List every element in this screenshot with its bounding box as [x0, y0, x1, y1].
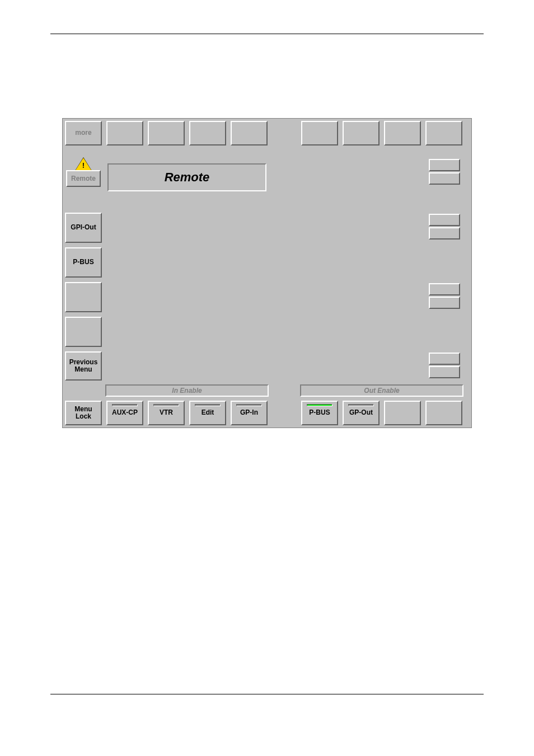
top-empty-7[interactable] [384, 121, 421, 145]
gp-out-indicator [348, 404, 374, 406]
remote-label: Remote [71, 175, 96, 182]
previous-menu-label: Previous Menu [69, 359, 98, 373]
edit-button[interactable]: Edit [189, 401, 226, 425]
document-page: more ! Remote Remote GPI [0, 0, 534, 756]
out-enable-text: Out Enable [364, 387, 399, 395]
p-bus-left-label: P-BUS [73, 259, 93, 266]
gpi-out-label: GPI-Out [71, 224, 96, 231]
more-label: more [75, 129, 91, 137]
edit-label: Edit [202, 409, 214, 416]
menu-title: Remote [107, 163, 266, 191]
p-bus-label: P-BUS [309, 409, 330, 416]
p-bus-indicator [307, 404, 332, 406]
previous-menu-button[interactable]: Previous Menu [65, 351, 102, 381]
top-empty-2[interactable] [148, 121, 185, 145]
top-empty-3[interactable] [189, 121, 226, 145]
gp-out-button[interactable]: GP-Out [343, 401, 380, 425]
group-label-row: In Enable Out Enable [104, 383, 465, 398]
top-empty-1[interactable] [106, 121, 143, 145]
gp-in-button[interactable]: GP-In [231, 401, 268, 425]
menu-title-text: Remote [165, 170, 210, 185]
gp-in-label: GP-In [240, 409, 258, 416]
p-bus-left-button[interactable]: P-BUS [65, 247, 102, 278]
right-empty-1b[interactable] [429, 172, 460, 185]
remote-menu-panel: more ! Remote Remote GPI [62, 118, 472, 428]
p-bus-button[interactable]: P-BUS [301, 401, 338, 425]
bottom-empty-2[interactable] [425, 401, 462, 425]
bottom-rule [50, 694, 484, 694]
in-enable-text: In Enable [172, 387, 202, 395]
gpi-out-button[interactable]: GPI-Out [65, 213, 102, 243]
menu-lock-button[interactable]: Menu Lock [65, 401, 102, 425]
top-empty-8[interactable] [425, 121, 462, 145]
right-empty-4b[interactable] [429, 366, 460, 378]
right-empty-3a[interactable] [429, 283, 460, 295]
vtr-indicator [153, 404, 179, 406]
menu-lock-label: Menu Lock [74, 406, 92, 420]
gp-out-label: GP-Out [349, 409, 373, 416]
gp-in-indicator [236, 404, 262, 406]
right-empty-2a[interactable] [429, 214, 460, 226]
warning-exclaim: ! [63, 161, 104, 170]
more-button[interactable]: more [65, 121, 102, 145]
left-empty-2[interactable] [65, 317, 102, 347]
top-empty-5[interactable] [301, 121, 338, 145]
out-enable-group: Out Enable [300, 384, 463, 397]
vtr-label: VTR [160, 409, 173, 416]
top-empty-6[interactable] [343, 121, 380, 145]
edit-indicator [195, 404, 221, 406]
remote-warning-block: ! Remote [63, 148, 104, 210]
in-enable-group: In Enable [105, 384, 269, 397]
right-empty-2b[interactable] [429, 227, 460, 240]
right-empty-4a[interactable] [429, 353, 460, 365]
left-empty-1[interactable] [65, 282, 102, 312]
aux-cp-button[interactable]: AUX-CP [106, 401, 143, 425]
right-empty-1a[interactable] [429, 159, 460, 171]
remote-button[interactable]: Remote [66, 170, 101, 187]
right-empty-3b[interactable] [429, 297, 460, 309]
vtr-button[interactable]: VTR [148, 401, 185, 425]
bottom-empty-1[interactable] [384, 401, 421, 425]
top-empty-4[interactable] [231, 121, 268, 145]
aux-cp-indicator [112, 404, 138, 406]
aux-cp-label: AUX-CP [112, 409, 138, 416]
